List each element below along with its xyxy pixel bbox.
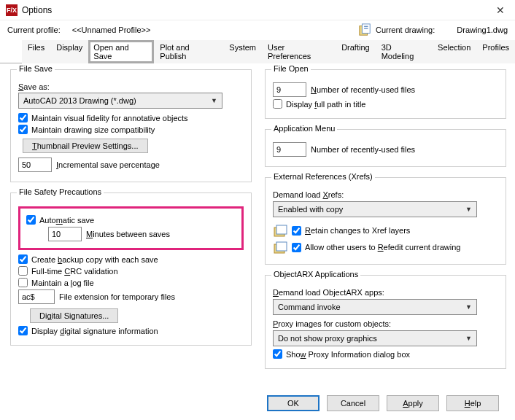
legend-app-menu: Application Menu [271, 124, 337, 133]
close-icon[interactable]: ✕ [492, 4, 509, 16]
app-icon: F/X [6, 4, 18, 16]
demand-load-arx-dropdown[interactable]: Command invoke ▼ [273, 299, 477, 315]
cancel-button[interactable]: Cancel [327, 395, 379, 411]
legend-file-save: File Save [17, 64, 55, 73]
minutes-between-saves-label: Minutes between saves [86, 230, 170, 238]
save-as-label: Save as: [18, 82, 50, 91]
current-drawing-label: Current drawing: [376, 26, 435, 34]
current-profile-value: <<Unnamed Profile>> [72, 26, 151, 34]
demand-load-xrefs-dropdown[interactable]: Enabled with copy ▼ [273, 201, 477, 217]
digital-signatures-button[interactable]: Digital Signatures... [30, 308, 118, 323]
maintain-log-checkbox[interactable]: Maintain a log file [18, 278, 94, 287]
window-title: Options [22, 5, 52, 15]
tab-bar: Files Display Open and Save Plot and Pub… [0, 39, 515, 63]
svg-rect-5 [276, 225, 287, 234]
retain-xref-layers-checkbox[interactable]: Retain changes to Xref layers [292, 226, 410, 236]
group-file-safety: File Safety Precautions Automatic save M… [10, 192, 252, 346]
minutes-between-saves-input[interactable] [48, 227, 82, 241]
group-file-save: File Save Save as: AutoCAD 2013 Drawing … [10, 69, 252, 182]
display-full-path-checkbox[interactable]: Display full path in title [273, 99, 365, 109]
save-as-dropdown[interactable]: AutoCAD 2013 Drawing (*.dwg) ▼ [18, 93, 222, 109]
current-profile-label: Current profile: [7, 26, 61, 34]
file-open-recent-input[interactable] [273, 82, 306, 97]
group-file-open: File Open Number of recently-used files … [265, 69, 506, 119]
file-open-recent-label: Number of recently-used files [311, 85, 415, 94]
svg-rect-7 [276, 242, 287, 251]
apply-button[interactable]: Apply [387, 395, 439, 411]
display-signature-info-checkbox[interactable]: Display digital signature information [18, 326, 158, 335]
create-backup-checkbox[interactable]: Create backup copy with each save [18, 254, 158, 264]
help-button[interactable]: Help [446, 395, 499, 411]
app-menu-recent-label: Number of recently-used files [311, 145, 415, 154]
show-proxy-dialog-checkbox[interactable]: Show Proxy Information dialog box [273, 349, 410, 359]
group-application-menu: Application Menu Number of recently-used… [265, 129, 506, 167]
svg-rect-3 [364, 28, 368, 28]
tab-plot-publish[interactable]: Plot and Publish [154, 40, 223, 63]
tab-selection[interactable]: Selection [432, 40, 476, 63]
tab-drafting[interactable]: Drafting [336, 40, 376, 63]
tab-system[interactable]: System [223, 40, 262, 63]
proxy-images-dropdown[interactable]: Do not show proxy graphics ▼ [273, 330, 477, 346]
incremental-save-input[interactable] [18, 158, 52, 172]
app-menu-recent-input[interactable] [273, 142, 306, 157]
ok-button[interactable]: OK [267, 395, 320, 411]
tab-open-and-save[interactable]: Open and Save [88, 40, 154, 63]
tab-3d-modeling[interactable]: 3D Modeling [376, 40, 432, 63]
tab-files[interactable]: Files [22, 40, 50, 63]
xref-layers-icon [273, 223, 287, 238]
tab-user-preferences[interactable]: User Preferences [262, 40, 336, 63]
tab-profiles[interactable]: Profiles [476, 40, 515, 63]
temp-file-ext-input[interactable] [18, 289, 55, 304]
chevron-down-icon: ▼ [465, 206, 472, 213]
group-objectarx: ObjectARX Applications Demand load Objec… [265, 275, 506, 369]
tab-display[interactable]: Display [50, 40, 88, 63]
legend-file-open: File Open [271, 64, 311, 73]
chevron-down-icon: ▼ [465, 303, 472, 311]
legend-arx: ObjectARX Applications [271, 270, 360, 279]
maintain-visual-checkbox[interactable]: Maintain visual fidelity for annotative … [18, 113, 188, 122]
crc-validation-checkbox[interactable]: Full-time CRC validation [18, 266, 118, 276]
incremental-save-label: Incremental save percentage [56, 160, 160, 169]
legend-file-safety: File Safety Precautions [17, 187, 104, 196]
maintain-size-checkbox[interactable]: Maintain drawing size compatibility [18, 125, 155, 134]
dialog-footer: OK Cancel Apply Help [267, 395, 499, 411]
svg-rect-2 [364, 26, 368, 27]
chevron-down-icon: ▼ [465, 335, 472, 342]
refedit-icon [273, 240, 287, 254]
allow-refedit-checkbox[interactable]: Allow other users to Refedit current dra… [292, 243, 460, 252]
temp-file-ext-label: File extension for temporary files [59, 292, 175, 301]
autosave-highlight: Automatic save Minutes between saves [18, 206, 244, 250]
drawing-icon [358, 23, 371, 36]
chevron-down-icon: ▼ [211, 97, 217, 104]
current-drawing-value: Drawing1.dwg [457, 26, 508, 34]
group-xrefs: External References (Xrefs) Demand load … [265, 177, 506, 265]
proxy-images-label: Proxy images for custom objects: [273, 319, 391, 328]
thumbnail-preview-button[interactable]: Thumbnail Preview Settings... [23, 139, 148, 153]
demand-load-xrefs-label: Demand load Xrefs: [273, 190, 344, 199]
legend-xrefs: External References (Xrefs) [271, 172, 375, 181]
demand-load-arx-label: Demand load ObjectARX apps: [273, 288, 384, 297]
automatic-save-checkbox[interactable]: Automatic save [26, 215, 94, 225]
